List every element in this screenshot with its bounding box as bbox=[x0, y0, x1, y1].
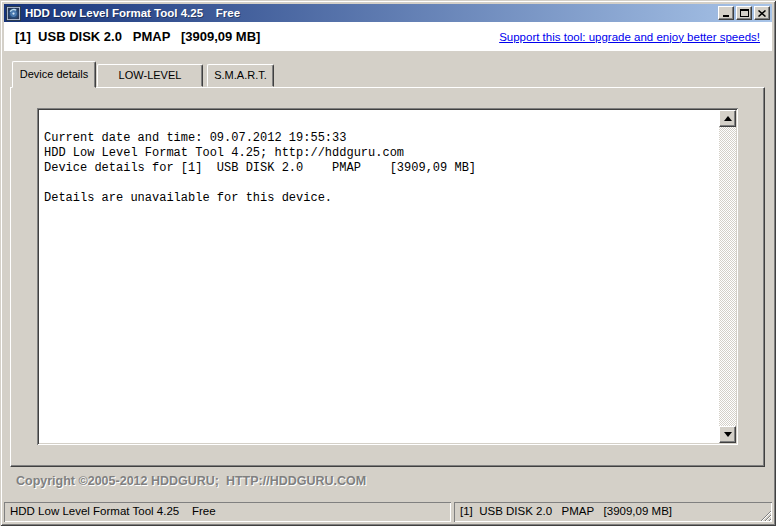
support-upgrade-link[interactable]: Support this tool: upgrade and enjoy bet… bbox=[499, 31, 760, 43]
device-details-panel: Current date and time: 09.07.2012 19:55:… bbox=[10, 87, 765, 467]
device-details-console: Current date and time: 09.07.2012 19:55:… bbox=[37, 108, 738, 445]
maximize-button[interactable] bbox=[736, 6, 752, 20]
window-title: HDD Low Level Format Tool 4.25 Free bbox=[25, 7, 718, 19]
caption-buttons bbox=[718, 6, 770, 20]
tab-low-level-format[interactable]: LOW-LEVEL FORMAT bbox=[97, 64, 203, 87]
resize-grip[interactable] bbox=[758, 508, 771, 521]
maximize-icon bbox=[740, 9, 749, 17]
log-line bbox=[44, 176, 715, 191]
scroll-down-icon bbox=[724, 432, 732, 437]
scroll-up-button[interactable] bbox=[719, 110, 736, 127]
close-button[interactable] bbox=[754, 6, 770, 20]
hdd-app-icon[interactable] bbox=[6, 6, 21, 21]
status-bar: HDD Low Level Format Tool 4.25 Free [1] … bbox=[4, 500, 772, 522]
scroll-down-button[interactable] bbox=[719, 426, 736, 443]
device-info-bar: [1] USB DISK 2.0 PMAP [3909,09 MB] Suppo… bbox=[4, 22, 772, 51]
copyright-text: Copyright ©2005-2012 HDDGURU; HTTP://HDD… bbox=[16, 474, 366, 488]
minimize-button[interactable] bbox=[718, 6, 734, 20]
tab-smart[interactable]: S.M.A.R.T. bbox=[207, 64, 274, 87]
title-bar[interactable]: HDD Low Level Format Tool 4.25 Free bbox=[4, 4, 772, 22]
device-details-log: Current date and time: 09.07.2012 19:55:… bbox=[39, 110, 719, 443]
statusbar-device-label: [1] USB DISK 2.0 PMAP [3909,09 MB] bbox=[454, 502, 772, 522]
scroll-up-icon bbox=[724, 116, 732, 121]
statusbar-app-label: HDD Low Level Format Tool 4.25 Free bbox=[4, 502, 451, 522]
minimize-icon bbox=[722, 10, 730, 17]
log-line: Device details for [1] USB DISK 2.0 PMAP… bbox=[44, 161, 715, 176]
vertical-scrollbar[interactable] bbox=[719, 110, 736, 443]
close-icon bbox=[758, 10, 766, 17]
log-line: Current date and time: 09.07.2012 19:55:… bbox=[44, 131, 715, 146]
tab-device-details[interactable]: Device details bbox=[12, 61, 96, 88]
log-line: Details are unavailable for this device. bbox=[44, 191, 715, 206]
log-line: HDD Low Level Format Tool 4.25; http://h… bbox=[44, 146, 715, 161]
selected-device-info: [1] USB DISK 2.0 PMAP [3909,09 MB] bbox=[15, 29, 260, 44]
